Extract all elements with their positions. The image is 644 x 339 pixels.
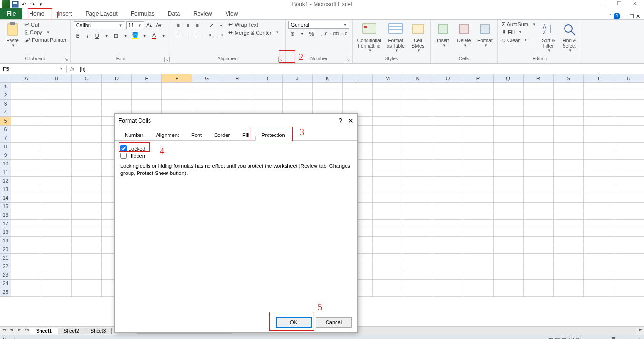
percent-icon[interactable]: % <box>307 29 316 38</box>
cell[interactable] <box>554 194 584 203</box>
tab-home[interactable]: Home <box>22 8 51 19</box>
locked-checkbox[interactable] <box>120 145 127 152</box>
cell[interactable] <box>11 203 41 211</box>
number-format-dropdown[interactable]: General▼ <box>288 21 349 29</box>
cell[interactable] <box>554 160 584 168</box>
cell[interactable] <box>72 228 102 237</box>
cell[interactable] <box>584 220 614 228</box>
row-header[interactable]: 17 <box>0 220 11 228</box>
alignment-launcher-icon[interactable]: ↘ <box>278 57 284 62</box>
cell[interactable] <box>614 91 644 100</box>
cell[interactable] <box>584 100 614 108</box>
row-header[interactable]: 10 <box>0 160 11 168</box>
cell[interactable] <box>584 254 614 262</box>
ribbon-close-window-icon[interactable]: ✕ <box>636 13 640 19</box>
cell[interactable] <box>433 177 463 185</box>
dialog-close-icon[interactable]: ✕ <box>348 117 354 125</box>
sheet-prev-icon[interactable]: ◀ <box>8 327 15 335</box>
sheet-tab[interactable]: Sheet3 <box>85 328 112 334</box>
cell[interactable] <box>403 245 433 254</box>
cell[interactable] <box>403 237 433 245</box>
cell[interactable] <box>192 83 222 91</box>
cell[interactable] <box>494 228 524 237</box>
font-size-dropdown[interactable]: 11▼ <box>126 21 144 29</box>
cell[interactable] <box>41 151 71 160</box>
cell[interactable] <box>584 177 614 185</box>
cell[interactable] <box>494 220 524 228</box>
cell[interactable] <box>584 160 614 168</box>
cell[interactable] <box>463 83 493 91</box>
cell[interactable] <box>403 134 433 143</box>
cell[interactable] <box>614 100 644 108</box>
locked-checkbox-row[interactable]: Locked <box>120 145 352 152</box>
cell[interactable] <box>524 91 554 100</box>
cell[interactable] <box>554 100 584 108</box>
cell[interactable] <box>494 254 524 262</box>
cell[interactable] <box>41 280 71 288</box>
cell[interactable] <box>373 151 403 160</box>
cell[interactable] <box>11 220 41 228</box>
increase-font-icon[interactable]: A▴ <box>145 21 154 29</box>
cell[interactable] <box>614 143 644 151</box>
cell[interactable] <box>554 151 584 160</box>
cell[interactable] <box>433 143 463 151</box>
cell[interactable] <box>494 83 524 91</box>
cell[interactable] <box>554 185 584 194</box>
align-right-icon[interactable]: ≡ <box>193 30 202 39</box>
cell[interactable] <box>11 100 41 108</box>
align-center-icon[interactable]: ≡ <box>184 30 192 39</box>
row-header[interactable]: 15 <box>0 203 11 211</box>
cell[interactable] <box>283 83 313 91</box>
cell[interactable] <box>494 203 524 211</box>
cell[interactable] <box>11 288 41 297</box>
cell[interactable] <box>494 100 524 108</box>
cell[interactable] <box>614 126 644 134</box>
qat-dropdown-icon[interactable]: ▼ <box>37 0 45 8</box>
col-header[interactable]: J <box>283 74 313 83</box>
col-header[interactable]: U <box>614 74 644 83</box>
font-name-dropdown[interactable]: Calibri▼ <box>74 21 125 29</box>
cell[interactable] <box>463 143 493 151</box>
cell[interactable] <box>72 151 102 160</box>
col-header[interactable]: A <box>11 74 41 83</box>
col-header[interactable]: S <box>554 74 584 83</box>
cell[interactable] <box>614 254 644 262</box>
cell[interactable] <box>72 160 102 168</box>
cell[interactable] <box>584 117 614 126</box>
cell[interactable] <box>252 91 282 100</box>
cell[interactable] <box>433 237 463 245</box>
cell[interactable] <box>72 100 102 108</box>
cell[interactable] <box>614 83 644 91</box>
paste-button[interactable]: Paste ▼ <box>3 21 22 48</box>
cell[interactable] <box>614 168 644 177</box>
font-color-button[interactable]: A <box>150 31 159 40</box>
col-header[interactable]: Q <box>494 74 524 83</box>
cell[interactable] <box>11 151 41 160</box>
cell[interactable] <box>614 185 644 194</box>
cell[interactable] <box>584 262 614 271</box>
cell[interactable] <box>373 185 403 194</box>
col-header[interactable]: M <box>373 74 403 83</box>
cell[interactable] <box>524 185 554 194</box>
cell[interactable] <box>433 245 463 254</box>
cell[interactable] <box>373 194 403 203</box>
cell[interactable] <box>72 220 102 228</box>
cell[interactable] <box>41 271 71 280</box>
cell[interactable] <box>11 168 41 177</box>
row-header[interactable]: 8 <box>0 143 11 151</box>
cell[interactable] <box>41 126 71 134</box>
cell[interactable] <box>41 228 71 237</box>
cell[interactable] <box>614 211 644 220</box>
cell[interactable] <box>584 237 614 245</box>
align-top-icon[interactable]: ≡ <box>174 21 183 29</box>
cell[interactable] <box>72 117 102 126</box>
cell[interactable] <box>463 177 493 185</box>
cell[interactable] <box>554 228 584 237</box>
row-header[interactable]: 4 <box>0 108 11 117</box>
cell[interactable] <box>554 280 584 288</box>
cell[interactable] <box>373 262 403 271</box>
cell[interactable] <box>524 220 554 228</box>
cell[interactable] <box>403 211 433 220</box>
cell[interactable] <box>11 211 41 220</box>
sheet-tab[interactable]: Sheet2 <box>58 328 85 334</box>
